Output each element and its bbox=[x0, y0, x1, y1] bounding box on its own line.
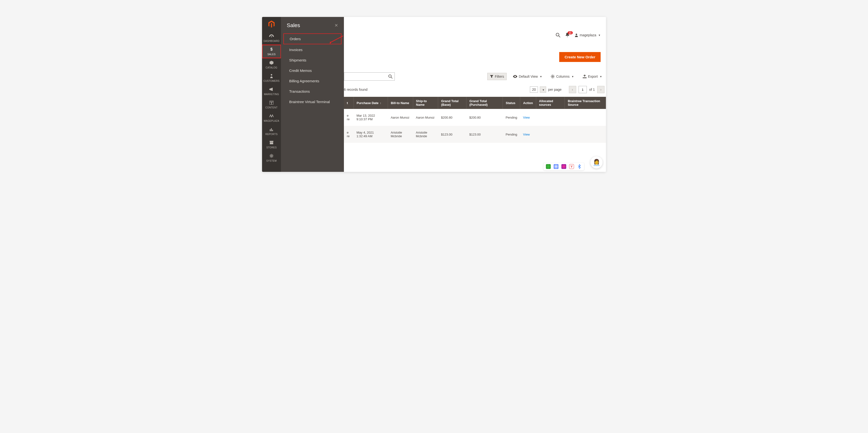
prev-page-button[interactable]: ‹ bbox=[569, 86, 576, 93]
cell-status: Pending bbox=[503, 109, 520, 126]
col-bill-to[interactable]: Bill-to Name bbox=[388, 97, 413, 109]
flyout-title: Sales bbox=[287, 22, 300, 29]
nav-label: MARKETING bbox=[264, 93, 279, 96]
cell-grand-total-purchased: $123.00 bbox=[466, 126, 503, 143]
filters-label: Filters bbox=[495, 74, 504, 78]
bluetooth-icon[interactable] bbox=[577, 164, 582, 169]
nav-label: CONTENT bbox=[266, 106, 278, 109]
nav-dashboard[interactable]: DASHBOARD bbox=[262, 31, 281, 45]
magento-logo[interactable] bbox=[262, 17, 281, 31]
flyout-item-transactions[interactable]: Transactions bbox=[283, 87, 341, 96]
default-view-button[interactable]: Default View ▼ bbox=[510, 73, 545, 80]
filters-button[interactable]: Filters bbox=[487, 73, 507, 80]
flyout-item-shipments[interactable]: Shipments bbox=[283, 55, 341, 65]
per-page-label: per page bbox=[548, 88, 561, 92]
next-page-button[interactable]: › bbox=[597, 86, 604, 93]
current-page-input[interactable] bbox=[579, 86, 587, 93]
nav-label: CUSTOMERS bbox=[264, 79, 279, 82]
search-icon[interactable] bbox=[556, 33, 560, 37]
notifications-button[interactable]: 11 bbox=[565, 33, 569, 37]
cell-purchase-date: May 4, 2021 1:32:49 AM bbox=[353, 126, 388, 143]
flyout-item-credit-memos[interactable]: Credit Memos bbox=[283, 66, 341, 75]
nav-customers[interactable]: CUSTOMERS bbox=[262, 71, 281, 85]
chevron-down-icon: ▼ bbox=[542, 89, 545, 91]
close-icon[interactable]: ✕ bbox=[335, 23, 338, 28]
col-status[interactable]: Status bbox=[503, 97, 520, 109]
support-avatar[interactable]: 👩‍💼 bbox=[590, 156, 602, 168]
flyout-item-orders[interactable]: Orders bbox=[283, 33, 341, 44]
cell-ship-to: Aaron Munoz bbox=[413, 109, 438, 126]
chevron-down-icon: ▼ bbox=[540, 75, 542, 78]
columns-button[interactable]: Columns ▼ bbox=[548, 73, 576, 80]
nav-system[interactable]: SYSTEM bbox=[262, 151, 281, 165]
gauge-icon bbox=[269, 33, 274, 39]
svg-rect-7 bbox=[271, 128, 272, 131]
nav-reports[interactable]: REPORTS bbox=[262, 125, 281, 138]
svg-text:$: $ bbox=[270, 47, 273, 51]
nav-content[interactable]: CONTENT bbox=[262, 98, 281, 111]
col-partial[interactable]: t bbox=[344, 97, 353, 109]
flyout-item-billing-agreements[interactable]: Billing Agreements bbox=[283, 76, 341, 86]
orders-grid: t Purchase Date↑ Bill-to Name Ship-to Na… bbox=[344, 97, 606, 143]
search-input[interactable] bbox=[344, 72, 395, 80]
dock-app-icon[interactable] bbox=[561, 164, 566, 169]
col-allocated-sources[interactable]: Allocated sources bbox=[536, 97, 565, 109]
nav-label: CATALOG bbox=[266, 66, 277, 69]
dock-app-icon[interactable]: V bbox=[569, 164, 574, 169]
nav-catalog[interactable]: CATALOG bbox=[262, 58, 281, 71]
svg-line-15 bbox=[391, 77, 392, 78]
user-menu[interactable]: mageplaza ▼ bbox=[575, 33, 600, 37]
page-size-dropdown-button[interactable]: ▼ bbox=[540, 87, 546, 93]
search-icon bbox=[388, 74, 393, 79]
of-pages-label: of 1 bbox=[589, 88, 595, 92]
create-new-order-button[interactable]: Create New Order bbox=[559, 52, 600, 62]
col-grand-total-purchased[interactable]: Grand Total (Purchased) bbox=[466, 97, 503, 109]
admin-window: DASHBOARD $ SALES CATALOG CUSTOMERS MARK… bbox=[262, 17, 606, 172]
dock-app-icon[interactable] bbox=[554, 164, 558, 169]
pager-row: 6 records found 20 ▼ per page ‹ of 1 › bbox=[344, 85, 606, 94]
svg-point-2 bbox=[271, 74, 272, 75]
gear-icon bbox=[270, 153, 273, 159]
col-purchase-date[interactable]: Purchase Date↑ bbox=[353, 97, 388, 109]
cell-grand-total-purchased: $200.80 bbox=[466, 109, 503, 126]
page-size-select[interactable]: 20 bbox=[530, 87, 538, 93]
chevron-down-icon: ▼ bbox=[600, 75, 602, 78]
svg-point-14 bbox=[389, 75, 392, 77]
view-link[interactable]: View bbox=[523, 133, 530, 136]
notifications-count: 11 bbox=[568, 31, 573, 34]
export-label: Export bbox=[588, 74, 598, 78]
export-button[interactable]: Export ▼ bbox=[580, 73, 604, 80]
box-icon bbox=[269, 60, 274, 65]
view-link[interactable]: View bbox=[523, 116, 530, 119]
col-ship-to[interactable]: Ship-to Name bbox=[413, 97, 438, 109]
col-braintree-source[interactable]: Braintree Transaction Source bbox=[565, 97, 606, 109]
nav-label: DASHBOARD bbox=[264, 40, 279, 42]
nav-label: SYSTEM bbox=[267, 160, 277, 162]
user-icon bbox=[575, 33, 578, 37]
nav-label: REPORTS bbox=[266, 133, 278, 136]
dock-app-icon[interactable] bbox=[546, 164, 551, 169]
col-grand-total-base[interactable]: Grand Total (Base) bbox=[438, 97, 466, 109]
table-row[interactable]: ere Mar 13, 2022 9:10:37 PM Aaron Munoz … bbox=[344, 109, 606, 126]
chevron-down-icon: ▼ bbox=[598, 34, 600, 37]
nav-sales[interactable]: $ SALES bbox=[262, 45, 281, 58]
col-action[interactable]: Action bbox=[520, 97, 536, 109]
mageplaza-icon bbox=[269, 113, 274, 119]
svg-point-13 bbox=[576, 34, 577, 35]
columns-label: Columns bbox=[556, 74, 569, 78]
dollar-icon: $ bbox=[270, 47, 273, 52]
flyout-item-braintree-vt[interactable]: Braintree Virtual Terminal bbox=[283, 97, 341, 107]
cell-bill-to: Aristotle Mcbride bbox=[388, 126, 413, 143]
sort-asc-icon: ↑ bbox=[380, 102, 381, 105]
layout-icon bbox=[270, 100, 273, 105]
table-row[interactable]: ere May 4, 2021 1:32:49 AM Aristotle Mcb… bbox=[344, 126, 606, 143]
funnel-icon bbox=[490, 75, 493, 78]
nav-label: MAGEPLAZA bbox=[264, 120, 279, 122]
nav-mageplaza[interactable]: MAGEPLAZA bbox=[262, 111, 281, 125]
cell-grand-total-base: $200.80 bbox=[438, 109, 466, 126]
flyout-item-invoices[interactable]: Invoices bbox=[283, 45, 341, 55]
megaphone-icon bbox=[269, 87, 274, 92]
cell-action: View bbox=[520, 109, 536, 126]
nav-stores[interactable]: STORES bbox=[262, 138, 281, 151]
nav-marketing[interactable]: MARKETING bbox=[262, 85, 281, 98]
